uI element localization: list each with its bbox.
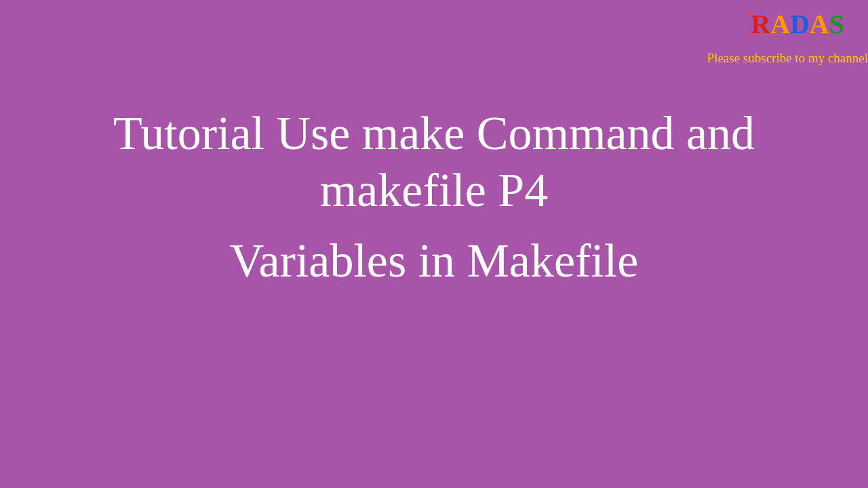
logo-letter-r: R xyxy=(751,9,770,39)
main-title: Tutorial Use make Command and makefile P… xyxy=(0,105,868,289)
title-line-3: Variables in Makefile xyxy=(14,232,854,289)
logo-letter-d: D xyxy=(790,9,810,39)
logo-letter-s: S xyxy=(829,9,844,39)
subscribe-text: Please subscribe to my channel xyxy=(707,51,868,66)
title-line-1: Tutorial Use make Command and xyxy=(14,105,854,162)
logo-letter-a1: A xyxy=(770,9,790,39)
title-line-2: makefile P4 xyxy=(14,162,854,219)
brand-logo: RADAS xyxy=(751,8,844,40)
logo-letter-a2: A xyxy=(810,9,829,39)
